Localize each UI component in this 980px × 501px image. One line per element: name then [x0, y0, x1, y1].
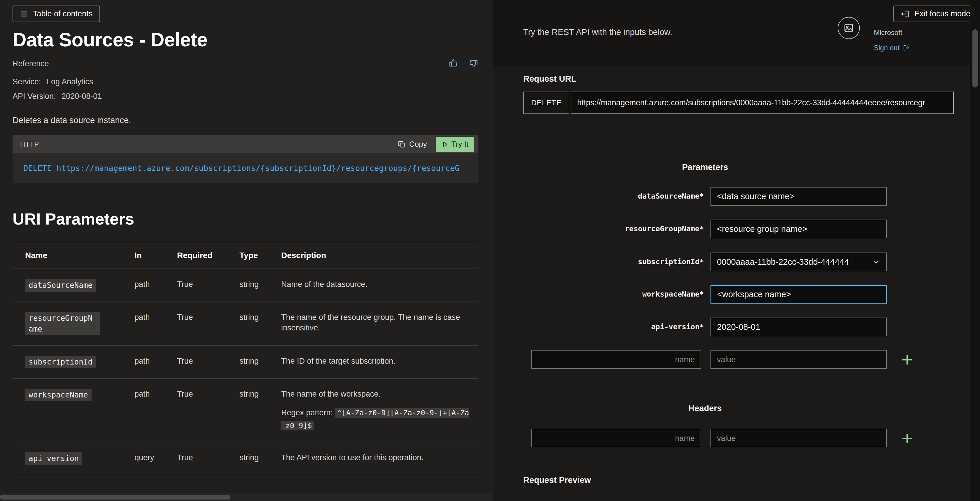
col-header-required: Required [177, 242, 239, 269]
request-preview-divider [523, 496, 954, 496]
param-in: path [134, 345, 177, 379]
uri-parameters-table: Name In Required Type Description dataSo… [13, 242, 478, 476]
param-name-chip: workspaceName [25, 389, 92, 401]
col-header-name: Name [13, 242, 134, 269]
param-name-chip: subscriptionId [25, 356, 96, 368]
sign-out-icon [902, 45, 909, 51]
table-row: api-version query True string The API ve… [13, 442, 478, 475]
request-preview-heading: Request Preview [523, 476, 591, 485]
thumbs-down-icon [468, 58, 478, 68]
param-input-dataSourceName[interactable] [711, 187, 887, 205]
api-version-value: 2020-08-01 [62, 92, 102, 100]
col-header-description: Description [281, 242, 478, 269]
sign-out-label: Sign out [874, 44, 899, 52]
sign-out-link[interactable]: Sign out [874, 44, 909, 52]
horizontal-scrollbar-thumb[interactable] [0, 495, 231, 499]
subscription-id-select[interactable]: 0000aaaa-11bb-22cc-33dd-444444 [711, 253, 887, 271]
param-description: Name of the datasource. [281, 269, 478, 302]
param-required: True [177, 442, 239, 475]
param-required: True [177, 345, 239, 379]
col-header-type: Type [239, 242, 281, 269]
try-it-intro: Try the REST API with the inputs below. [523, 27, 672, 37]
param-input-workspaceName[interactable] [711, 285, 887, 304]
param-name-chip: api-version [25, 452, 82, 465]
param-label-subscriptionId: subscriptionId* [523, 253, 704, 271]
vertical-scrollbar[interactable] [970, 0, 980, 501]
account-provider: Microsoft [874, 29, 902, 37]
param-row: workspaceName* [523, 285, 917, 304]
param-row: resourceGroupName* [523, 219, 917, 238]
param-in: query [134, 442, 177, 475]
new-param-name-input[interactable] [531, 350, 701, 369]
param-name-chip: dataSourceName [25, 279, 96, 292]
request-code-line: DELETE https://management.azure.com/subs… [23, 164, 468, 173]
hamburger-icon [20, 10, 28, 18]
exit-focus-label: Exit focus mode [915, 10, 970, 18]
request-url-label: Request URL [523, 74, 576, 84]
col-header-in: In [134, 242, 177, 269]
param-label-workspaceName: workspaceName* [523, 285, 704, 304]
param-in: path [134, 302, 177, 345]
add-header-row: + [523, 429, 917, 447]
table-row: resourceGroupName path True string The n… [13, 302, 478, 345]
param-in: path [134, 269, 177, 302]
toc-button[interactable]: Table of contents [13, 6, 100, 22]
parameters-heading: Parameters [523, 162, 887, 172]
request-url-input[interactable] [571, 92, 954, 114]
service-label: Service: [13, 77, 41, 86]
new-param-value-input[interactable] [711, 350, 887, 369]
copy-label: Copy [409, 140, 427, 149]
headers-heading: Headers [523, 404, 887, 413]
photo-icon [843, 22, 854, 34]
play-icon [442, 141, 449, 148]
param-label-dataSourceName: dataSourceName* [523, 187, 704, 205]
param-description: The name of the workspace. [281, 389, 469, 399]
account-avatar[interactable] [838, 17, 860, 39]
http-method-box: DELETE [523, 92, 570, 114]
table-row: workspaceName path True string The name … [13, 379, 478, 442]
try-it-label: Try It [452, 140, 468, 149]
param-required: True [177, 302, 239, 345]
new-header-name-input[interactable] [531, 429, 701, 447]
thumbs-up-icon [449, 58, 458, 68]
table-header-row: Name In Required Type Description [13, 242, 478, 269]
param-row: subscriptionId* 0000aaaa-11bb-22cc-33dd-… [523, 253, 917, 271]
reference-label: Reference [13, 59, 49, 68]
page-title: Data Sources - Delete [13, 29, 478, 51]
param-type: string [239, 379, 281, 442]
param-name-chip: resourceGroupName [25, 312, 100, 336]
regex-pattern-label: Regex pattern: [281, 408, 335, 417]
param-type: string [239, 442, 281, 475]
exit-focus-mode-button[interactable]: Exit focus mode [893, 6, 978, 22]
http-code-block: HTTP Copy Try It [13, 135, 478, 183]
vertical-scrollbar-thumb[interactable] [972, 29, 978, 87]
new-header-value-input[interactable] [711, 429, 887, 447]
param-description: The API version to use for this operatio… [281, 442, 478, 475]
api-version-label: API Version: [13, 92, 56, 100]
param-description: The name of the resource group. The name… [281, 302, 478, 345]
add-param-row: + [523, 350, 917, 369]
horizontal-scrollbar[interactable] [0, 493, 493, 501]
param-type: string [239, 302, 281, 345]
param-type: string [239, 269, 281, 302]
thumbs-up-button[interactable] [449, 58, 458, 69]
param-input-resourceGroupName[interactable] [711, 219, 887, 238]
param-description: The ID of the target subscription. [281, 345, 478, 379]
param-label-resourceGroupName: resourceGroupName* [523, 219, 704, 238]
operation-summary: Deletes a data source instance. [13, 116, 478, 125]
param-required: True [177, 379, 239, 442]
param-row: api-version* [523, 318, 917, 336]
try-it-panel: Try the REST API with the inputs below. … [493, 0, 980, 501]
add-param-button[interactable]: + [899, 351, 915, 367]
add-header-button[interactable]: + [899, 430, 915, 446]
table-row: dataSourceName path True string Name of … [13, 269, 478, 302]
copy-button[interactable]: Copy [398, 140, 427, 149]
param-input-api-version[interactable] [711, 318, 887, 336]
uri-parameters-heading: URI Parameters [13, 209, 478, 229]
thumbs-down-button[interactable] [468, 58, 478, 69]
param-row: dataSourceName* [523, 187, 917, 205]
try-it-button[interactable]: Try It [436, 137, 474, 152]
subscription-id-value: 0000aaaa-11bb-22cc-33dd-444444 [717, 257, 849, 267]
exit-focus-icon [901, 10, 910, 18]
param-type: string [239, 345, 281, 379]
